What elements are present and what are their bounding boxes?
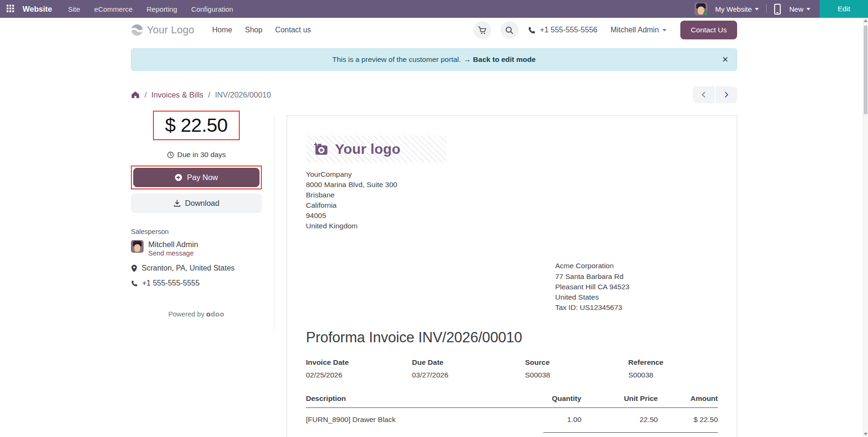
chevron-down-icon [807,8,810,10]
col-quantity: Quantity [511,394,581,408]
line-unit-price: 22.50 [581,407,658,430]
topbar-menu-site[interactable]: Site [68,5,80,13]
new-content-dropdown[interactable]: New [789,5,810,13]
phone-icon [528,26,536,34]
invoice-logo-text: Your logo [335,141,401,157]
scrollbar[interactable] [863,18,868,437]
breadcrumb-current: INV/2026/00010 [215,90,271,99]
odoo-logo[interactable]: odoo [206,310,224,318]
site-logo[interactable]: Your Logo [131,24,194,36]
download-label: Download [185,199,219,208]
scrollbar-thumb[interactable] [864,25,868,114]
next-page-button[interactable] [716,86,737,103]
camera-icon [313,142,329,156]
search-button[interactable] [501,21,518,39]
nav-link-shop[interactable]: Shop [245,26,262,34]
edit-button[interactable]: Edit [820,0,868,18]
table-row: [FURN_8900] Drawer Black 1.00 22.50 $ 22… [306,407,718,430]
scroll-down-arrow[interactable] [864,433,868,436]
topbar-menu-reporting[interactable]: Reporting [147,5,177,13]
meta-value: 02/25/2026 [306,371,412,379]
scroll-up-arrow[interactable] [864,19,868,22]
invoice-lines-table: Description Quantity Unit Price Amount [… [306,394,718,430]
nav-link-contact[interactable]: Contact us [275,26,311,34]
map-pin-icon [131,264,137,272]
invoice-document: Your logo YourCompany 8000 Marina Blvd, … [287,115,737,437]
line-amount: $ 22.50 [658,407,718,430]
invoice-logo-placeholder: Your logo [306,136,447,163]
annotation-amount-highlight: $ 22.50 [153,111,240,140]
send-message-link[interactable]: Send message [148,249,194,257]
meta-value: 03/27/2026 [412,371,525,379]
user-name: Mitchell Admin [610,26,659,34]
topbar-menu-configuration[interactable]: Configuration [191,5,233,13]
invoice-title: Proforma Invoice INV/2026/00010 [306,329,718,346]
topbar-brand: Website [23,5,52,14]
invoice-meta: Invoice Date02/25/2026 Due Date03/27/202… [306,358,718,379]
chevron-right-icon [723,91,730,98]
alert-close-button[interactable]: × [722,54,728,65]
pay-now-label: Pay Now [187,173,218,182]
salesperson-location: Scranton, PA, United States [142,264,235,272]
contact-us-button[interactable]: Contact Us [680,21,737,39]
customer-tax-id: Tax ID: US12345673 [555,302,718,312]
powered-by: Powered by odoo [131,310,262,318]
preview-alert-banner: This is a preview of the customer portal… [131,48,737,71]
meta-value: S00038 [525,371,628,379]
nav-link-home[interactable]: Home [212,26,232,34]
due-date-text: Due in 30 days [177,151,226,159]
editor-topbar: Website Site eCommerce Reporting Configu… [0,0,868,18]
salesperson-name: Mitchell Admin [148,240,198,249]
user-avatar[interactable] [694,2,708,15]
meta-label: Due Date [412,358,525,367]
navbar-phone-link[interactable]: +1 555-555-5556 [528,26,597,34]
mobile-preview-icon[interactable] [774,4,781,15]
back-to-edit-link[interactable]: → Back to edit mode [464,55,535,64]
salesperson-label: Salesperson [131,228,262,235]
breadcrumb-separator: / [208,90,211,99]
alert-text: This is a preview of the customer portal… [332,55,461,64]
search-icon [505,26,514,35]
salesperson-avatar [131,240,144,253]
line-description: [FURN_8900] Drawer Black [306,407,511,430]
phone-icon [131,280,138,287]
salesperson-phone[interactable]: +1 555-555-5555 [142,279,199,287]
col-amount: Amount [658,394,718,408]
table-header-row: Description Quantity Unit Price Amount [306,394,718,408]
record-pager [693,86,737,103]
company-name: YourCompany [306,169,718,179]
company-address: YourCompany 8000 Marina Blvd, Suite 300 … [306,169,718,231]
sphere-logo-icon [131,24,143,36]
clock-icon [167,151,174,158]
breadcrumb-invoices-link[interactable]: Invoices & Bills [152,90,204,99]
col-description: Description [306,394,511,408]
apps-grid-icon[interactable] [7,5,15,13]
customer-address: Acme Corporation 77 Santa Barbara Rd Ple… [555,261,718,312]
topbar-menu-ecommerce[interactable]: eCommerce [94,5,133,13]
arrow-circle-right-icon [175,173,183,181]
breadcrumb-separator: / [145,90,147,99]
powered-by-text: Powered by [168,310,206,318]
annotation-paynow-highlight: Pay Now [131,166,262,189]
meta-label: Invoice Date [306,358,412,367]
online-status-dot [703,11,708,15]
meta-label: Reference [628,358,718,367]
website-switcher-dropdown[interactable]: My Website [715,5,759,13]
breadcrumb: / Invoices & Bills / INV/2026/00010 [131,90,271,99]
line-quantity: 1.00 [511,407,581,430]
meta-label: Source [525,358,628,367]
payment-terms: Payment terms: 30 Days [306,432,386,437]
pay-now-button[interactable]: Pay Now [133,168,259,187]
chevron-down-icon [755,8,759,10]
cart-icon [478,26,487,35]
site-logo-text: Your Logo [147,24,194,36]
user-account-dropdown[interactable]: Mitchell Admin [610,26,666,34]
chevron-left-icon [700,91,707,98]
website-switcher-label: My Website [715,5,752,13]
website-navbar: Your Logo Home Shop Contact us [0,18,868,42]
download-icon [173,199,181,207]
prev-page-button[interactable] [693,86,715,103]
download-button[interactable]: Download [131,194,262,213]
home-icon[interactable] [131,90,140,99]
cart-button[interactable] [473,21,491,39]
